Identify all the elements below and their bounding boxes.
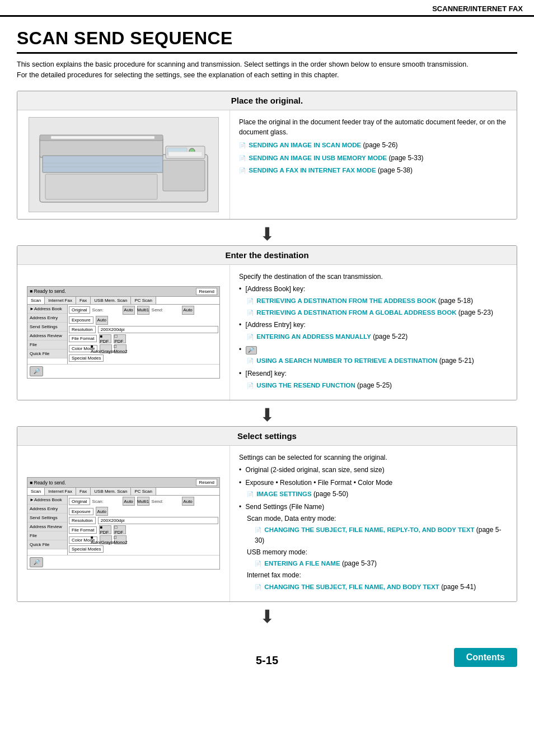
- btn-file-2[interactable]: File: [27, 531, 67, 540]
- bullet-dot: •: [239, 466, 241, 474]
- link-enter-address[interactable]: ENTERING AN ADDRESS MANUALLY: [256, 333, 371, 340]
- btn-address-book-2[interactable]: ►Address Book: [27, 496, 67, 505]
- ui-main-area-2: Original Scan: Auto Multi1 Send: Auto Ex…: [68, 496, 219, 555]
- ui-mono2-btn[interactable]: □ Mono2: [114, 344, 127, 353]
- bullet-original: • Original (2-sided original, scan size,…: [239, 465, 508, 475]
- ui-pdf-icon1[interactable]: ■ PDF: [99, 334, 111, 343]
- link-resend[interactable]: USING THE RESEND FUNCTION: [256, 382, 355, 389]
- link-search-number[interactable]: USING A SEARCH NUMBER TO RETRIEVE A DEST…: [256, 357, 437, 364]
- ui-resend-btn-2[interactable]: Resend: [196, 479, 217, 486]
- btn-file[interactable]: File: [27, 340, 67, 349]
- ui-tabs-2[interactable]: Scan Internet Fax Fax USB Mem. Scan PC S…: [27, 488, 219, 496]
- original-text: Original (2-sided original, scan size, s…: [246, 466, 385, 474]
- ui-grayscale-btn-2[interactable]: ■ Auto/Grayscale: [100, 535, 112, 544]
- btn-send-settings-2[interactable]: Send Settings: [27, 514, 67, 522]
- link-usb-memory[interactable]: SENDING AN IMAGE IN USB MEMORY MODE: [249, 155, 387, 161]
- address-book-label: [Address Book] key:: [246, 285, 306, 293]
- btn-address-entry-2[interactable]: Address Entry: [27, 505, 67, 514]
- link-image-settings[interactable]: IMAGE SETTINGS: [256, 491, 311, 497]
- ref-item: 📄 RETRIEVING A DESTINATION FROM A GLOBAL…: [247, 307, 508, 318]
- ui-grayscale-btn[interactable]: ■ Auto/Grayscale: [100, 344, 112, 353]
- ui-specialmodes-label: Special Modes: [69, 354, 104, 362]
- ui-resolution-label-2: Resolution: [69, 517, 96, 524]
- link-change-subject[interactable]: CHANGING THE SUBJECT, FILE NAME, REPLY-T…: [264, 526, 474, 533]
- ui-exposure-auto[interactable]: Auto: [96, 316, 108, 325]
- ui-send-auto-btn[interactable]: Auto: [182, 306, 194, 315]
- ui-resend-btn[interactable]: Resend: [196, 288, 217, 295]
- contents-button[interactable]: Contents: [454, 648, 517, 667]
- scanner-image: [29, 117, 219, 212]
- suffix: (page 5-23): [458, 309, 493, 316]
- ui-send-auto-btn-2[interactable]: Auto: [182, 497, 194, 506]
- tab-fax-2[interactable]: Fax: [76, 488, 91, 495]
- section3-list: • Original (2-sided original, scan size,…: [239, 465, 508, 592]
- ui-pdf-icon1-2[interactable]: ■ PDF: [99, 525, 111, 534]
- main-content: SCAN SEND SEQUENCE This section explains…: [0, 17, 534, 639]
- ui-pdf-icon2-2[interactable]: □ PDF: [114, 525, 126, 534]
- scan-mode-refs: 📄 CHANGING THE SUBJECT, FILE NAME, REPLY…: [247, 525, 508, 545]
- tab-usb-scan-2[interactable]: USB Mem. Scan: [91, 488, 131, 495]
- ui-status-2: ■ Ready to send.: [30, 480, 66, 486]
- btn-quick-file-2[interactable]: Quick File: [27, 540, 67, 549]
- ui-row-exposure-2: Exposure Auto: [69, 507, 218, 516]
- suffix: (page 5-41): [441, 583, 476, 591]
- link-change-subject-fax[interactable]: CHANGING THE SUBJECT, FILE NAME, AND BOD…: [264, 584, 439, 590]
- ui-pdf-icon2[interactable]: □ PDF: [114, 334, 126, 343]
- tab-scan[interactable]: Scan: [27, 297, 45, 304]
- bullet-dot: •: [239, 479, 241, 487]
- section1-title: Place the original.: [17, 91, 517, 110]
- intro-line1: This section explains the basic procedur…: [17, 60, 469, 68]
- resend-label: [Resend] key:: [246, 370, 287, 377]
- tab-internet-fax[interactable]: Internet Fax: [45, 297, 76, 304]
- page-header: SCANNER/INTERNET FAX: [0, 0, 534, 17]
- tab-pc-scan[interactable]: PC Scan: [131, 297, 156, 304]
- svg-rect-2: [43, 156, 163, 172]
- ui-multi-btn[interactable]: Multi1: [137, 306, 149, 315]
- tab-pc-scan-2[interactable]: PC Scan: [131, 488, 156, 495]
- key-icon[interactable]: 🔎: [30, 366, 43, 376]
- bullet-address-book: • [Address Book] key: 📄 RETRIEVING A DES…: [239, 284, 508, 318]
- ref-icon: 📄: [247, 490, 254, 499]
- link-internet-fax[interactable]: SENDING A FAX IN INTERNET FAX MODE: [249, 167, 376, 174]
- bullet-dot: •: [239, 503, 241, 511]
- intro-line2: For the detailed procedures for selectin…: [17, 71, 339, 79]
- btn-address-review-2[interactable]: Address Review: [27, 522, 67, 531]
- section2-right: Specify the destination of the scan tran…: [230, 265, 517, 400]
- ui-mono2-btn-2[interactable]: □ Mono2: [114, 535, 127, 544]
- tab-fax[interactable]: Fax: [76, 297, 91, 304]
- ui-multi-btn-2[interactable]: Multi1: [137, 497, 149, 506]
- tab-usb-scan[interactable]: USB Mem. Scan: [91, 297, 131, 304]
- link-item: 📄 SENDING AN IMAGE IN USB MEMORY MODE (p…: [239, 153, 508, 164]
- usb-refs: 📄 ENTERING A FILE NAME (page 5-37): [247, 558, 508, 569]
- btn-send-settings[interactable]: Send Settings: [27, 323, 67, 332]
- ref-icon: 📄: [247, 297, 254, 306]
- link-retrieve-address[interactable]: RETRIEVING A DESTINATION FROM THE ADDRES…: [256, 297, 436, 304]
- bullet-send-settings: • Send Settings (File Name) Scan mode, D…: [239, 502, 508, 592]
- section2-title: Enter the destination: [17, 246, 517, 265]
- link-retrieve-global[interactable]: RETRIEVING A DESTINATION FROM A GLOBAL A…: [256, 309, 456, 316]
- ref-item: 📄 USING A SEARCH NUMBER TO RETRIEVE A DE…: [247, 356, 508, 366]
- key-icon-2[interactable]: 🔎: [30, 557, 43, 567]
- btn-quick-file[interactable]: Quick File: [27, 349, 67, 358]
- ref-icon: 📄: [247, 333, 254, 342]
- ref-item: 📄 CHANGING THE SUBJECT, FILE NAME, AND B…: [255, 582, 508, 592]
- btn-address-review[interactable]: Address Review: [27, 332, 67, 340]
- tab-scan-2[interactable]: Scan: [27, 488, 45, 495]
- internet-refs: 📄 CHANGING THE SUBJECT, FILE NAME, AND B…: [247, 582, 508, 592]
- svg-rect-4: [163, 160, 205, 191]
- ui-exposure-auto-2[interactable]: Auto: [96, 507, 108, 516]
- btn-address-book[interactable]: ►Address Book: [27, 305, 67, 314]
- btn-address-entry[interactable]: Address Entry: [27, 314, 67, 323]
- link-enter-filename[interactable]: ENTERING A FILE NAME: [264, 560, 340, 567]
- link-scan-mode[interactable]: SENDING AN IMAGE IN SCAN MODE: [249, 142, 361, 148]
- ui-auto-btn-2[interactable]: Auto: [123, 497, 135, 506]
- suffix: (page 5-25): [357, 381, 392, 389]
- ui-auto-btn[interactable]: Auto: [123, 306, 135, 315]
- ui-row-colormode-2: Color Mode ■ Auto/Grayscale □ Mono2: [69, 535, 218, 544]
- bullet-dot: •: [239, 285, 241, 293]
- section1-intro: Place the original in the document feede…: [239, 117, 508, 138]
- tab-internet-fax-2[interactable]: Internet Fax: [45, 488, 76, 495]
- section1-body: Place the original in the document feede…: [17, 110, 517, 219]
- ui-resolution-value: 200X200dpi: [98, 326, 218, 333]
- ui-tabs[interactable]: Scan Internet Fax Fax USB Mem. Scan PC S…: [27, 297, 219, 305]
